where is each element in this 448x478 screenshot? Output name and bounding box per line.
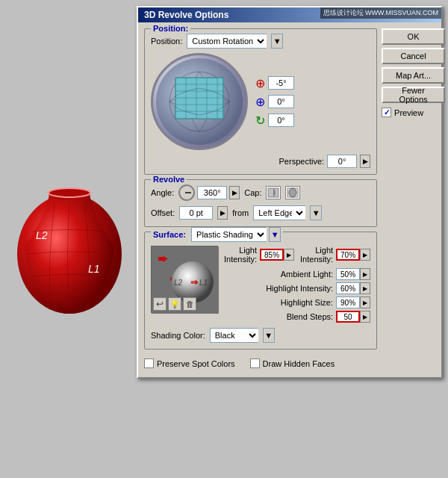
angle-input[interactable]	[197, 186, 227, 199]
dialog-3d-revolve: 思练设计论坛 WWW.MISSVUAN.COM 3D Revolve Optio…	[137, 6, 443, 379]
preserve-spot-row[interactable]: Preserve Spot Colors	[144, 358, 235, 368]
y-axis-icon: ⊕	[255, 95, 265, 109]
svg-point-20	[289, 188, 296, 197]
x-axis-icon: ⊕	[255, 76, 265, 90]
surface-icon-row: ↩ 💡 🗑	[153, 297, 196, 311]
3d-preview-circle	[151, 53, 248, 150]
angle-arrow-btn[interactable]: ▶	[229, 186, 240, 199]
shading-color-row: Shading Color: Black ▼	[151, 328, 370, 343]
revolve-section: Revolve Angle: ▶ Cap:	[144, 179, 377, 227]
draw-hidden-row[interactable]: Draw Hidden Faces	[250, 358, 335, 368]
highlight-intensity-value: 60%	[336, 282, 360, 294]
angle-label: Angle:	[151, 188, 174, 197]
angle-controls: ⊕ -5° ⊕ 0° ↻ 0°	[255, 76, 294, 128]
cancel-button[interactable]: Cancel	[382, 48, 445, 64]
map-art-button[interactable]: Map Art...	[382, 67, 445, 84]
svg-text:L1: L1	[88, 263, 100, 275]
highlight-size-value: 90%	[336, 297, 360, 308]
watermark: 思练设计论坛 WWW.MISSVUAN.COM	[320, 7, 442, 19]
x-angle-input[interactable]: -5°	[268, 76, 294, 90]
highlight-size-label: Highlight Size:	[224, 298, 333, 307]
cap-label: Cap:	[244, 188, 261, 197]
perspective-label: Perspective:	[279, 157, 325, 166]
shading-color-label: Shading Color:	[151, 331, 205, 340]
svg-text:➨: ➨	[158, 252, 169, 265]
from-label: from	[232, 208, 249, 217]
offset-arrow-btn[interactable]: ▶	[217, 206, 228, 220]
svg-text:L1: L1	[199, 279, 208, 287]
surface-dropdown[interactable]: Plastic Shading	[191, 227, 267, 242]
ambient-value: 50%	[336, 268, 360, 280]
light-icon-btn[interactable]: 💡	[168, 297, 181, 311]
highlight-size-arrow[interactable]: ▶	[360, 297, 370, 308]
blend-steps-label: Blend Steps:	[224, 312, 333, 321]
highlight-intensity-arrow[interactable]: ▶	[360, 282, 370, 294]
highlight-intensity-label: Highlight Intensity:	[224, 284, 333, 293]
svg-text:L2: L2	[36, 229, 48, 241]
light-intensity-arrow[interactable]: ▶	[284, 249, 294, 261]
blend-steps-value: 50	[336, 311, 360, 323]
position-section-label: Position:	[151, 24, 190, 33]
revolve-dial[interactable]	[178, 184, 195, 201]
dialog-title: 3D Revolve Options	[144, 10, 228, 20]
light-intensity2-label: Light Intensity:	[300, 246, 333, 264]
shading-color-dropdown[interactable]: Black	[210, 328, 258, 343]
cap-btn-1[interactable]	[266, 186, 281, 199]
delete-light-btn[interactable]: 🗑	[183, 297, 196, 311]
offset-input[interactable]	[179, 206, 213, 220]
cap-btn-2[interactable]	[285, 186, 300, 199]
preview-row[interactable]: ✓ Preview	[382, 108, 445, 117]
position-label-text: Position:	[151, 37, 182, 46]
svg-rect-8	[175, 78, 223, 119]
from-dropdown-arrow[interactable]: ▼	[310, 205, 322, 220]
position-dropdown[interactable]: Custom Rotation	[187, 34, 267, 49]
svg-text:L2: L2	[174, 279, 183, 287]
revolve-label: Revolve	[151, 175, 187, 184]
fewer-options-button[interactable]: Fewer Options	[382, 87, 445, 103]
ambient-arrow[interactable]: ▶	[360, 268, 370, 280]
light-intensity2-arrow[interactable]: ▶	[360, 249, 370, 261]
perspective-input[interactable]	[327, 155, 357, 168]
preview-checkbox[interactable]: ✓	[382, 108, 391, 117]
position-dropdown-arrow[interactable]: ▼	[271, 34, 283, 49]
surface-controls: Light Intensity: 85% ▶ Light Intensity: …	[224, 246, 370, 325]
surface-section: Surface: Plastic Shading ▼ ➨ ⇒	[144, 232, 377, 350]
y-angle-input[interactable]: 0°	[268, 95, 294, 108]
surface-section-label: Surface: Plastic Shading ▼	[151, 227, 283, 242]
shading-dropdown-arrow[interactable]: ▼	[263, 328, 275, 343]
vase-preview: L2 L1	[10, 157, 129, 321]
preserve-spot-label: Preserve Spot Colors	[157, 359, 235, 368]
surface-sphere-preview: ➨ ⇒ L2	[151, 246, 218, 313]
blend-steps-arrow[interactable]: ▶	[360, 311, 370, 323]
dialog-buttons: OK Cancel Map Art... Fewer Options ✓ Pre…	[382, 28, 445, 371]
bottom-checkboxes: Preserve Spot Colors Draw Hidden Faces	[144, 354, 377, 371]
draw-hidden-label: Draw Hidden Faces	[263, 359, 335, 368]
ok-button[interactable]: OK	[382, 28, 445, 45]
left-panel: L2 L1	[0, 0, 138, 478]
draw-hidden-checkbox[interactable]	[250, 358, 260, 368]
light-intensity2-value: 70%	[336, 249, 360, 261]
offset-label: Offset:	[151, 208, 175, 217]
add-light-btn[interactable]: ↩	[153, 297, 167, 311]
preview-label: Preview	[394, 108, 423, 117]
svg-text:⇒: ⇒	[190, 277, 198, 288]
z-axis-icon: ↻	[255, 114, 265, 128]
ambient-label: Ambient Light:	[224, 270, 333, 279]
light-intensity-label: Light Intensity:	[224, 246, 257, 264]
surface-dropdown-arrow[interactable]: ▼	[269, 227, 281, 242]
preserve-spot-checkbox[interactable]	[144, 358, 154, 368]
z-angle-input[interactable]: 0°	[268, 114, 294, 127]
from-dropdown[interactable]: Left Edge	[253, 205, 305, 220]
perspective-arrow-btn[interactable]: ▶	[360, 155, 370, 168]
position-section: Position: Position: Custom Rotation ▼	[144, 28, 377, 175]
light-intensity-value: 85%	[260, 249, 284, 261]
